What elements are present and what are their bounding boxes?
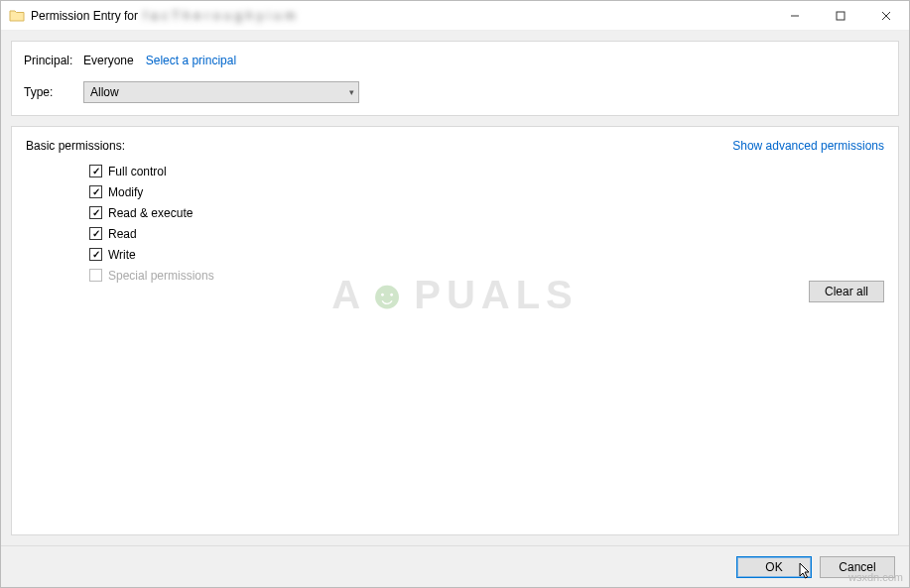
type-row: Type: Allow ▾ xyxy=(24,81,886,103)
window-title-obscured: f a c T h e r o u g h y i u m xyxy=(143,9,295,23)
permission-item: Read xyxy=(89,223,884,244)
permission-item: Read & execute xyxy=(89,202,884,223)
window-title: Permission Entry for f a c T h e r o u g… xyxy=(31,9,296,23)
principal-value: Everyone xyxy=(83,54,134,67)
permission-item: Modify xyxy=(89,181,884,202)
advanced-permissions-link[interactable]: Show advanced permissions xyxy=(732,139,884,153)
permissions-panel: Basic permissions: Show advanced permiss… xyxy=(11,126,899,535)
permission-item: Write xyxy=(89,244,884,265)
dialog-footer: OK Cancel xyxy=(1,545,909,587)
cancel-label: Cancel xyxy=(839,560,875,574)
permissions-list: Full controlModifyRead & executeReadWrit… xyxy=(89,161,884,286)
maximize-button[interactable] xyxy=(818,1,863,31)
window-title-prefix: Permission Entry for xyxy=(31,9,138,23)
basic-permissions-label: Basic permissions: xyxy=(26,139,125,153)
cancel-button[interactable]: Cancel xyxy=(820,556,895,578)
permission-label: Modify xyxy=(108,185,143,199)
permission-checkbox xyxy=(89,269,102,282)
permission-label: Special permissions xyxy=(108,269,214,283)
permission-label: Read & execute xyxy=(108,206,193,220)
ok-label: OK xyxy=(765,560,782,574)
permission-checkbox[interactable] xyxy=(89,185,102,198)
close-button[interactable] xyxy=(863,1,909,31)
type-select[interactable]: Allow ▾ xyxy=(83,81,359,103)
dialog-body: Principal: Everyone Select a principal T… xyxy=(1,31,909,545)
ok-button[interactable]: OK xyxy=(736,556,812,578)
svg-rect-1 xyxy=(837,12,845,20)
chevron-down-icon: ▾ xyxy=(349,87,354,97)
minimize-button[interactable] xyxy=(772,1,818,31)
type-label: Type: xyxy=(24,85,83,99)
select-principal-link[interactable]: Select a principal xyxy=(146,54,236,67)
permission-item: Full control xyxy=(89,161,884,181)
clear-all-button[interactable]: Clear all xyxy=(809,281,884,302)
clear-all-label: Clear all xyxy=(825,285,868,298)
folder-icon xyxy=(9,8,25,24)
permission-label: Read xyxy=(108,227,137,241)
principal-panel: Principal: Everyone Select a principal T… xyxy=(11,41,899,116)
titlebar: Permission Entry for f a c T h e r o u g… xyxy=(1,1,909,31)
principal-row: Principal: Everyone Select a principal xyxy=(24,54,886,67)
permission-checkbox[interactable] xyxy=(89,227,102,240)
permission-label: Write xyxy=(108,248,136,262)
permission-label: Full control xyxy=(108,165,167,178)
permission-checkbox[interactable] xyxy=(89,206,102,219)
permission-item: Special permissions xyxy=(89,265,884,286)
permission-checkbox[interactable] xyxy=(89,248,102,261)
principal-label: Principal: xyxy=(24,54,83,67)
permission-checkbox[interactable] xyxy=(89,165,102,177)
type-select-value: Allow xyxy=(90,85,119,99)
